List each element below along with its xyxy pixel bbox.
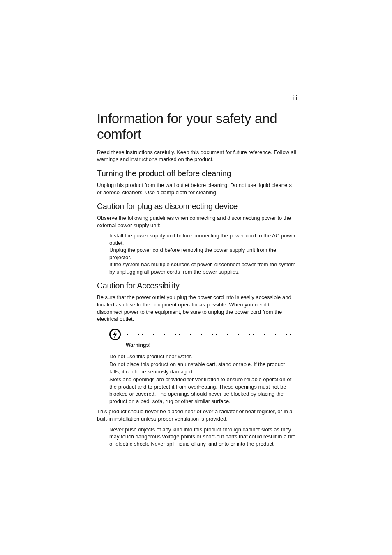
section-body-accessibility: Be sure that the power outlet you plug t…	[97, 294, 297, 322]
list-item: If the system has multiple sources of po…	[109, 261, 297, 275]
page-title: Information for your safety and comfort	[97, 111, 297, 142]
warning-items-list: Do not use this product near water. Do n…	[97, 353, 297, 405]
list-item: Install the power supply unit before con…	[109, 232, 297, 246]
electric-hazard-icon	[109, 329, 121, 340]
section-heading-plug: Caution for plug as disconnecting device	[97, 202, 297, 211]
warning-label: Warnings!	[126, 342, 297, 348]
page-number: iii	[293, 94, 297, 101]
page-content: Information for your safety and comfort …	[0, 0, 392, 447]
plug-guidelines-list: Install the power supply unit before con…	[97, 232, 297, 275]
list-item: Do not place this product on an unstable…	[109, 361, 297, 375]
warning-mid-paragraph: This product should never be placed near…	[97, 408, 297, 422]
list-item: Never push objects of any kind into this…	[109, 426, 297, 448]
warning-box: Warnings!	[97, 329, 297, 348]
section-body-plug: Observe the following guidelines when co…	[97, 214, 297, 229]
section-heading-cleaning: Turning the product off before cleaning	[97, 169, 297, 178]
warning-header	[109, 329, 297, 340]
intro-paragraph: Read these instructions carefully. Keep …	[97, 149, 297, 163]
list-item: Unplug the power cord before removing th…	[109, 246, 297, 261]
list-item: Do not use this product near water.	[109, 353, 297, 360]
list-item: Slots and openings are provided for vent…	[109, 376, 297, 405]
dotted-separator	[126, 334, 297, 335]
section-body-cleaning: Unplug this product from the wall outlet…	[97, 182, 297, 196]
warning-items-list-2: Never push objects of any kind into this…	[97, 426, 297, 448]
section-heading-accessibility: Caution for Accessibility	[97, 281, 297, 290]
